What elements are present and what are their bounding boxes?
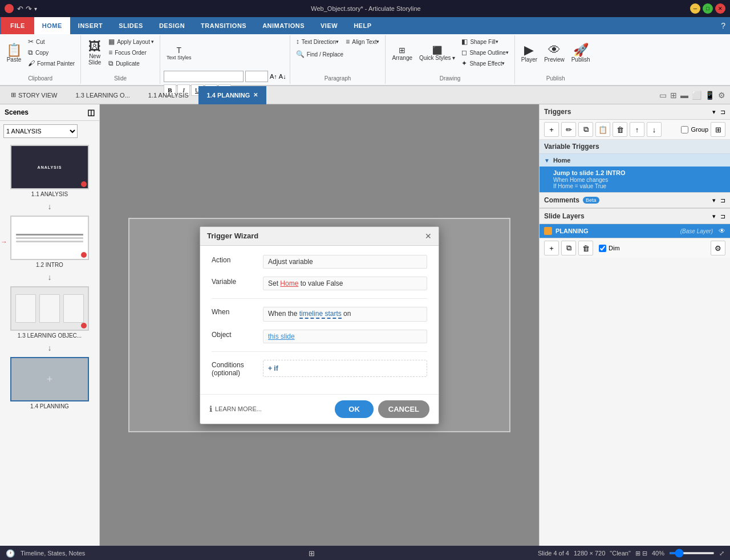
find-replace-button[interactable]: 🔍 Find / Replace bbox=[294, 49, 346, 59]
new-slide-button[interactable]: 🖼 New Slide bbox=[84, 36, 105, 70]
tab-design[interactable]: DESIGN bbox=[151, 17, 193, 34]
slide-item-1-1[interactable]: ANALYSIS 1.1 ANALYSIS bbox=[2, 145, 97, 197]
help-icon[interactable]: ? bbox=[721, 21, 725, 30]
dialog-close-button[interactable]: ✕ bbox=[425, 232, 432, 241]
timeline-states-notes[interactable]: Timeline, States, Notes bbox=[21, 550, 85, 557]
text-direction-button[interactable]: ↕ Text Direction ▾ bbox=[294, 36, 342, 47]
layer-item-base[interactable]: PLANNING (Base Layer) 👁 bbox=[540, 224, 730, 238]
triggers-undock-icon[interactable]: ⊐ bbox=[720, 108, 725, 116]
tab-help[interactable]: HELP bbox=[346, 17, 379, 34]
tab-learning[interactable]: 1.3 LEARNING O... bbox=[67, 86, 138, 104]
text-direction-dropdown[interactable]: ▾ bbox=[336, 39, 339, 44]
undo-icon[interactable]: ↶ bbox=[17, 5, 23, 13]
tab-planning-close[interactable]: ✕ bbox=[253, 92, 258, 98]
preview-button[interactable]: 👁 Preview bbox=[541, 36, 567, 70]
copy-button[interactable]: ⧉ Copy bbox=[26, 47, 77, 58]
font-size-input[interactable] bbox=[245, 71, 268, 82]
focus-order-button[interactable]: ≡ Focus Order bbox=[106, 47, 156, 58]
view-icon-wide[interactable]: ▬ bbox=[680, 91, 688, 100]
dim-checkbox[interactable] bbox=[599, 245, 606, 252]
comments-dropdown-icon[interactable]: ▾ bbox=[712, 197, 716, 204]
view-settings-icon[interactable]: ⚙ bbox=[718, 91, 725, 100]
layers-dropdown-icon[interactable]: ▾ bbox=[712, 213, 716, 220]
arrange-button[interactable]: ⊞ Arrange bbox=[389, 36, 415, 70]
minimize-button[interactable]: ─ bbox=[690, 3, 700, 14]
tab-analysis[interactable]: 1.1 ANALYSIS bbox=[140, 86, 197, 104]
plus-if-button[interactable]: + if bbox=[268, 364, 278, 372]
triggers-dropdown-icon[interactable]: ▾ bbox=[712, 108, 716, 116]
timeline-icon[interactable]: 🕐 bbox=[6, 549, 15, 558]
apply-layout-button[interactable]: ▦ Apply Layout ▾ bbox=[106, 36, 156, 47]
ok-button[interactable]: OK bbox=[335, 400, 374, 418]
maximize-button[interactable]: □ bbox=[703, 3, 713, 14]
trigger-item-1[interactable]: Jump to slide 1.2 INTRO When Home change… bbox=[540, 167, 730, 192]
tab-story-view[interactable]: ⊞ STORY VIEW bbox=[2, 86, 66, 104]
trigger-delete-button[interactable]: 🗑 bbox=[613, 122, 627, 137]
slide-item-1-4[interactable]: + 1.4 PLANNING bbox=[2, 357, 97, 409]
text-styles-button[interactable]: T Text Styles bbox=[164, 36, 194, 70]
cut-button[interactable]: ✂ Cut bbox=[26, 36, 77, 47]
shape-effect-dropdown[interactable]: ▾ bbox=[502, 60, 505, 66]
trigger-edit-button[interactable]: ✏ bbox=[561, 122, 576, 137]
zoom-slider[interactable] bbox=[669, 552, 715, 554]
slide-item-1-3[interactable]: 1.3 LEARNING OBJEC... bbox=[2, 286, 97, 339]
apply-layout-dropdown[interactable]: ▾ bbox=[151, 39, 154, 44]
player-button[interactable]: ▶ Player bbox=[518, 36, 540, 70]
sidebar-collapse-icon[interactable]: ◫ bbox=[87, 108, 95, 117]
group-checkbox[interactable] bbox=[681, 126, 688, 133]
shape-outline-button[interactable]: ◻ Shape Outline ▾ bbox=[459, 47, 510, 58]
tab-planning[interactable]: 1.4 PLANNING ✕ bbox=[198, 86, 267, 104]
trigger-extra-button[interactable]: ⊞ bbox=[711, 122, 725, 137]
trigger-move-up-button[interactable]: ↑ bbox=[630, 122, 644, 137]
when-highlight-text[interactable]: timeline starts bbox=[299, 310, 342, 319]
slide-item-1-2[interactable]: → 1.2 INTRO bbox=[2, 216, 97, 268]
font-grow-icon[interactable]: A↑ bbox=[270, 73, 277, 80]
font-shrink-icon[interactable]: A↓ bbox=[279, 73, 286, 80]
tab-insert[interactable]: INSERT bbox=[70, 17, 111, 34]
align-icon[interactable]: ⊞ bbox=[309, 549, 315, 558]
zoom-fit-icon[interactable]: ⤢ bbox=[719, 550, 724, 557]
format-painter-button[interactable]: 🖌 Format Painter bbox=[26, 58, 77, 68]
shape-fill-button[interactable]: ◧ Shape Fill ▾ bbox=[459, 36, 510, 47]
duplicate-button[interactable]: ⧉ Duplicate bbox=[106, 58, 156, 68]
action-value[interactable]: Adjust variable bbox=[263, 255, 427, 269]
layer-delete-button[interactable]: 🗑 bbox=[578, 241, 593, 255]
shape-outline-dropdown[interactable]: ▾ bbox=[506, 50, 509, 55]
view-icon-vert[interactable]: ⬜ bbox=[692, 91, 701, 100]
view-icon-fit[interactable]: ⊞ bbox=[670, 91, 677, 100]
conditions-value[interactable]: + if bbox=[263, 360, 427, 377]
trigger-new-button[interactable]: + bbox=[544, 122, 559, 137]
variable-name-link[interactable]: Home bbox=[280, 279, 298, 287]
tab-home[interactable]: HOME bbox=[34, 17, 70, 34]
trigger-paste-button[interactable]: 📋 bbox=[595, 122, 610, 137]
close-button[interactable]: ✕ bbox=[715, 3, 725, 14]
object-link[interactable]: this slide bbox=[268, 332, 295, 340]
tab-transitions[interactable]: TRANSITIONS bbox=[193, 17, 254, 34]
layer-visibility-icon[interactable]: 👁 bbox=[719, 227, 725, 235]
canvas-area[interactable]: Trigger Wizard ✕ Action Adjust variable … bbox=[100, 104, 539, 546]
cancel-button[interactable]: CANCEL bbox=[378, 400, 429, 418]
comments-undock-icon[interactable]: ⊐ bbox=[720, 197, 725, 204]
tab-file[interactable]: FILE bbox=[1, 17, 34, 34]
variable-value[interactable]: Set Home to value False bbox=[263, 277, 427, 290]
learn-more-link[interactable]: ℹ LEARN MORE... bbox=[209, 404, 262, 413]
tab-view[interactable]: VIEW bbox=[313, 17, 346, 34]
align-text-dropdown[interactable]: ▾ bbox=[376, 39, 379, 44]
view-icon-mobile[interactable]: 📱 bbox=[705, 91, 715, 100]
quick-styles-button[interactable]: ⬛ Quick Styles ▾ bbox=[416, 36, 458, 70]
paste-button[interactable]: 📋 Paste bbox=[3, 36, 25, 70]
redo-icon[interactable]: ↷ bbox=[26, 5, 32, 13]
trigger-group-home-header[interactable]: ▼ Home bbox=[540, 154, 730, 167]
trigger-copy-button[interactable]: ⧉ bbox=[578, 122, 593, 137]
when-value[interactable]: When the timeline starts on bbox=[263, 307, 427, 322]
scene-dropdown[interactable]: 1 ANALYSIS bbox=[3, 124, 78, 138]
align-text-button[interactable]: ≡ Align Text ▾ bbox=[343, 36, 382, 47]
publish-button[interactable]: 🚀 Publish bbox=[569, 36, 593, 70]
shape-fill-dropdown[interactable]: ▾ bbox=[496, 39, 498, 44]
object-value[interactable]: this slide bbox=[263, 330, 427, 343]
layer-copy-button[interactable]: ⧉ bbox=[561, 241, 576, 255]
view-icon-normal[interactable]: ▭ bbox=[659, 91, 667, 100]
layers-undock-icon[interactable]: ⊐ bbox=[720, 213, 725, 220]
font-name-input[interactable] bbox=[164, 71, 244, 82]
quick-access-more[interactable]: ▾ bbox=[34, 6, 37, 12]
